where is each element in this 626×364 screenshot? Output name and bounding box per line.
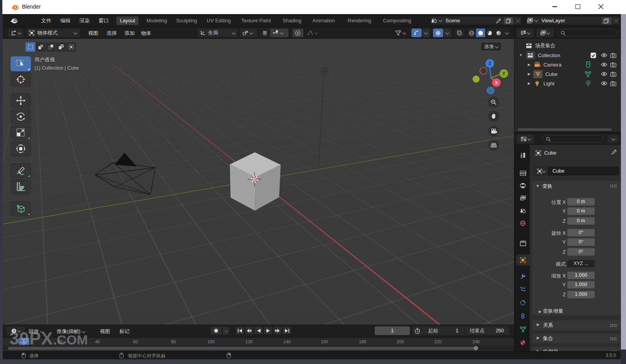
select-mode-invert[interactable] [56, 42, 66, 52]
frame-end-field[interactable]: 结束点 250 [465, 326, 509, 335]
transform-collapse-arrow[interactable]: ▼ [536, 184, 539, 188]
tool-move[interactable] [11, 93, 31, 108]
cube-expand-arrow[interactable]: ▶ [528, 72, 530, 76]
tab-modifiers[interactable] [516, 270, 530, 281]
tool-measure[interactable] [11, 179, 31, 194]
workspace-tab-animation[interactable]: Animation [309, 16, 339, 25]
eye-icon[interactable] [601, 62, 607, 67]
add-menu[interactable]: 添加 [124, 30, 135, 37]
tool-select-box[interactable] [11, 56, 31, 71]
timeline-view-menu[interactable]: 视图 [100, 328, 110, 335]
play-button[interactable] [263, 326, 272, 335]
jump-to-end-button[interactable] [282, 326, 291, 335]
use-preview-range-button[interactable] [412, 326, 422, 335]
proportional-edit-toggle[interactable] [292, 29, 303, 37]
object-menu[interactable]: 物体 [141, 30, 151, 37]
relations-panel[interactable]: ▶ 关系 [532, 320, 621, 330]
navigation-gizmo[interactable]: Z Y X [466, 58, 513, 97]
timeline-marker-menu[interactable]: 标记 [119, 328, 130, 335]
scale-z-field[interactable]: 1.000 [567, 291, 595, 298]
pivot-dropdown[interactable] [240, 29, 257, 37]
light-expand-arrow[interactable]: ▶ [528, 81, 530, 85]
tab-collection-props[interactable] [516, 238, 530, 249]
select-menu[interactable]: 选择 [106, 30, 117, 37]
select-mode-subtract[interactable] [46, 42, 56, 52]
workspace-tab-rendering[interactable]: Rendering [344, 16, 375, 25]
tab-material[interactable] [516, 337, 530, 348]
mode-dropdown[interactable]: 物体模式 [27, 29, 80, 37]
eye-icon[interactable] [601, 81, 607, 86]
close-button[interactable] [598, 4, 604, 9]
tab-tool[interactable] [516, 150, 530, 160]
workspace-tab-layout[interactable]: Layout [116, 16, 139, 25]
menu-file[interactable]: 文件 [41, 17, 51, 24]
zoom-button[interactable] [488, 97, 499, 108]
tab-object[interactable] [516, 254, 530, 265]
shading-material-button[interactable] [485, 29, 494, 37]
maximize-button[interactable] [575, 4, 580, 9]
next-keyframe-button[interactable] [273, 326, 282, 335]
scene-light-object[interactable] [318, 65, 330, 218]
rot-mode-dropdown[interactable]: XYZ ... [567, 260, 595, 267]
scene-copy-button[interactable] [504, 17, 514, 25]
loc-y-field[interactable]: 0 m [567, 207, 595, 215]
gizmo-y-neg[interactable] [473, 76, 480, 83]
transform-orientation-dropdown[interactable]: 全局 [198, 29, 238, 37]
viewlayer-copy-button[interactable] [602, 17, 612, 25]
minimize-button[interactable] [552, 6, 557, 7]
tool-cursor[interactable] [11, 72, 31, 87]
pin-icon[interactable] [496, 18, 502, 24]
menu-render[interactable]: 渲染 [79, 17, 90, 24]
outliner-editor-type-button[interactable] [517, 29, 534, 37]
render-visibility-icon[interactable] [610, 53, 616, 58]
shading-rendered-button[interactable] [494, 29, 503, 37]
camera-expand-arrow[interactable]: ▶ [528, 63, 530, 67]
scene-selector[interactable]: Scene [430, 16, 522, 25]
proportional-falloff-dropdown[interactable] [304, 29, 322, 37]
tab-world[interactable] [516, 218, 530, 229]
viewlayer-selector[interactable]: ViewLayer [526, 16, 620, 25]
prev-keyframe-button[interactable] [245, 326, 254, 335]
rot-z-field[interactable]: 0° [567, 248, 595, 256]
outliner-search-input[interactable] [557, 29, 617, 36]
pin-icon[interactable] [611, 149, 617, 155]
overlays-dropdown[interactable] [444, 29, 451, 37]
gizmos-toggle[interactable] [411, 29, 422, 37]
outliner-display-mode-button[interactable] [536, 29, 554, 37]
render-visibility-icon[interactable] [610, 81, 616, 86]
render-visibility-icon[interactable] [610, 62, 616, 67]
scene-camera-object[interactable] [89, 148, 159, 199]
tab-render[interactable] [516, 168, 530, 178]
pan-hand-button[interactable] [488, 111, 499, 122]
collection-expand-arrow[interactable]: ▼ [519, 53, 523, 57]
ortho-grid-button[interactable] [488, 140, 499, 151]
tool-rotate[interactable] [11, 109, 31, 124]
overlays-toggle[interactable] [433, 29, 443, 37]
tool-transform[interactable] [11, 141, 31, 156]
tool-annotate[interactable] [11, 163, 31, 178]
outliner-row-camera[interactable]: ▶ Camera [514, 60, 621, 69]
rot-y-field[interactable]: 0° [567, 238, 595, 246]
eye-icon[interactable] [601, 53, 607, 58]
object-name-input[interactable]: Cube [548, 167, 619, 175]
jump-to-start-button[interactable] [235, 326, 244, 335]
shading-dropdown[interactable] [503, 29, 510, 37]
record-dropdown[interactable] [222, 326, 229, 335]
outliner-row-light[interactable]: ▶ Light [514, 79, 621, 88]
view-menu[interactable]: 视图 [88, 30, 98, 37]
workspace-tab-sculpting[interactable]: Sculpting [173, 16, 200, 25]
workspace-tab-modeling[interactable]: Modeling [143, 16, 171, 25]
collection-checkbox[interactable] [590, 52, 596, 58]
play-reverse-button[interactable] [254, 326, 263, 335]
snap-toggle[interactable] [260, 29, 270, 37]
viewport-3d[interactable]: 选项 用户透视 (1) Collection | Cube [3, 39, 514, 324]
camera-view-button[interactable] [488, 126, 499, 137]
panel-drag-dots[interactable] [610, 184, 617, 187]
gizmo-x-neg[interactable] [480, 67, 487, 74]
viewport-options-button[interactable]: 选项 [481, 43, 501, 50]
shading-wireframe-button[interactable] [467, 29, 476, 37]
workspace-tab-shading[interactable]: Shading [279, 16, 305, 25]
menu-window[interactable]: 窗口 [99, 17, 109, 24]
current-frame-field[interactable]: 1 [375, 326, 410, 335]
editor-type-button[interactable] [8, 29, 23, 37]
